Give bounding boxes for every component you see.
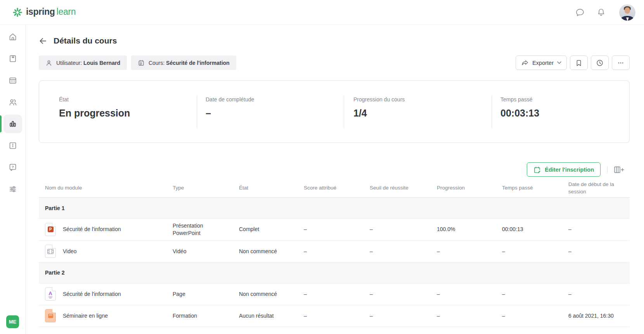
- edit-enrollment-button[interactable]: Éditer l'inscription: [527, 162, 601, 177]
- module-session-start: –: [568, 284, 630, 305]
- share-arrow-icon: [521, 59, 529, 67]
- home-icon: [8, 32, 17, 42]
- module-threshold: –: [370, 305, 437, 327]
- messages-button[interactable]: [573, 6, 587, 19]
- formation-icon: [48, 314, 53, 318]
- export-button[interactable]: Exporter: [516, 56, 567, 70]
- column-header: Date de début de la session: [568, 179, 630, 197]
- stat-value: 00:03:13: [500, 108, 629, 119]
- back-button[interactable]: [39, 37, 47, 45]
- book-icon: [8, 54, 17, 63]
- stat-label: État: [59, 96, 197, 103]
- bookmark-icon: [575, 59, 583, 67]
- section-row: Partie 1: [39, 198, 630, 219]
- notifications-button[interactable]: [595, 6, 608, 19]
- module-score: –: [304, 305, 370, 327]
- app-window: ispringlearn: [0, 0, 644, 334]
- module-name-cell: Video: [39, 241, 173, 262]
- arrow-left-icon: [39, 37, 47, 45]
- top-bar: ispringlearn: [0, 0, 644, 25]
- page-icon: A: [48, 291, 52, 297]
- sidebar-item-courses[interactable]: [3, 49, 22, 68]
- section-row: Partie 2: [39, 263, 630, 284]
- bell-icon: [596, 7, 606, 17]
- sidebar-item-reports[interactable]: [3, 115, 22, 133]
- filter-chip-course[interactable]: Cours: Sécurité de l'information: [131, 56, 236, 70]
- more-button[interactable]: [612, 56, 630, 70]
- chat-bubble-icon: [575, 7, 585, 17]
- module-file-icon: [45, 309, 56, 322]
- user-avatar[interactable]: [619, 4, 635, 21]
- svg-text:?: ?: [12, 165, 14, 169]
- module-type: Page: [173, 284, 239, 305]
- chevron-down-icon: [557, 61, 561, 64]
- section-title: Partie 1: [45, 205, 65, 211]
- ispring-burst-icon: [12, 7, 23, 17]
- module-file-icon: A: [45, 287, 56, 301]
- module-name: Sécurité de l'information: [63, 291, 121, 298]
- add-column-button[interactable]: [613, 165, 625, 174]
- module-time: –: [502, 241, 568, 262]
- module-type: Présentation PowerPoint: [173, 219, 239, 240]
- module-state: Non commencé: [239, 241, 304, 262]
- module-file-icon: [45, 245, 56, 258]
- brand-wordmark: ispringlearn: [26, 7, 76, 17]
- sidebar-item-library[interactable]: [3, 136, 22, 155]
- powerpoint-icon: P: [48, 226, 54, 232]
- help-bubble-icon: ?: [8, 163, 17, 172]
- active-nav-indicator: [0, 115, 2, 132]
- module-score: –: [304, 241, 370, 262]
- module-session-start: –: [568, 241, 630, 262]
- sliders-icon: [8, 184, 17, 194]
- module-name-cell: ASécurité de l'information: [39, 284, 173, 305]
- module-state: Complet: [239, 219, 304, 240]
- bookmark-button[interactable]: [570, 56, 588, 70]
- clock-icon: [596, 59, 604, 67]
- ellipsis-icon: [616, 59, 625, 67]
- column-header: Progression: [437, 179, 502, 197]
- module-progress: 100.0%: [437, 219, 502, 240]
- module-name: Video: [63, 248, 77, 255]
- filter-chip-text: Cours: Sécurité de l'information: [149, 60, 230, 66]
- module-threshold: –: [370, 284, 437, 305]
- table-row[interactable]: Séminaire en ligneFormationAucun résulta…: [39, 305, 630, 327]
- module-name-cell: Séminaire en ligne: [39, 305, 173, 327]
- column-header: Seuil de réussite: [370, 179, 437, 197]
- module-name: Sécurité de l'information: [63, 226, 121, 233]
- sidebar-item-users[interactable]: [3, 93, 22, 111]
- vertical-divider: [607, 166, 608, 173]
- column-header: Nom du module: [39, 179, 173, 197]
- sidebar-item-calendar[interactable]: [3, 71, 22, 90]
- stat-time-spent: Temps passé 00:03:13: [492, 81, 629, 143]
- module-progress: –: [437, 284, 502, 305]
- module-progress: –: [437, 241, 502, 262]
- table-header-row: Nom du moduleTypeÉtatScore attribuéSeuil…: [39, 179, 630, 198]
- module-file-icon: P: [45, 223, 56, 236]
- sidebar-item-settings[interactable]: [3, 180, 22, 198]
- stat-value: –: [206, 108, 344, 119]
- columns-plus-icon: [614, 166, 624, 173]
- table-body: Partie 1PSécurité de l'informationPrésen…: [39, 198, 630, 327]
- table-row[interactable]: VideoVidéoNon commencé–––––: [39, 241, 630, 263]
- stat-value: 1/4: [353, 108, 492, 119]
- summary-card: État En progression Date de complétude –…: [39, 80, 630, 143]
- table-row[interactable]: ASécurité de l'informationPageNon commen…: [39, 284, 630, 305]
- sidebar-item-support[interactable]: ?: [3, 158, 22, 177]
- filter-chip-user[interactable]: Utilisateur: Louis Bernard: [39, 56, 127, 70]
- module-progress: –: [437, 305, 502, 327]
- stat-completion-date: Date de complétude –: [197, 81, 344, 143]
- info-box-icon: [8, 141, 17, 150]
- module-threshold: –: [370, 219, 437, 240]
- brand-logo[interactable]: ispringlearn: [12, 7, 76, 17]
- module-name-cell: PSécurité de l'information: [39, 219, 173, 240]
- history-button[interactable]: [591, 56, 609, 70]
- module-time: –: [502, 284, 568, 305]
- stat-course-progress: Progression du cours 1/4: [344, 81, 492, 143]
- column-header: Type: [173, 179, 239, 197]
- column-header: État: [239, 179, 304, 197]
- stat-label: Temps passé: [500, 96, 629, 103]
- page-title: Détails du cours: [54, 36, 117, 45]
- workspace-badge[interactable]: ME: [6, 315, 19, 328]
- sidebar-item-home[interactable]: [3, 28, 22, 46]
- table-row[interactable]: PSécurité de l'informationPrésentation P…: [39, 219, 630, 241]
